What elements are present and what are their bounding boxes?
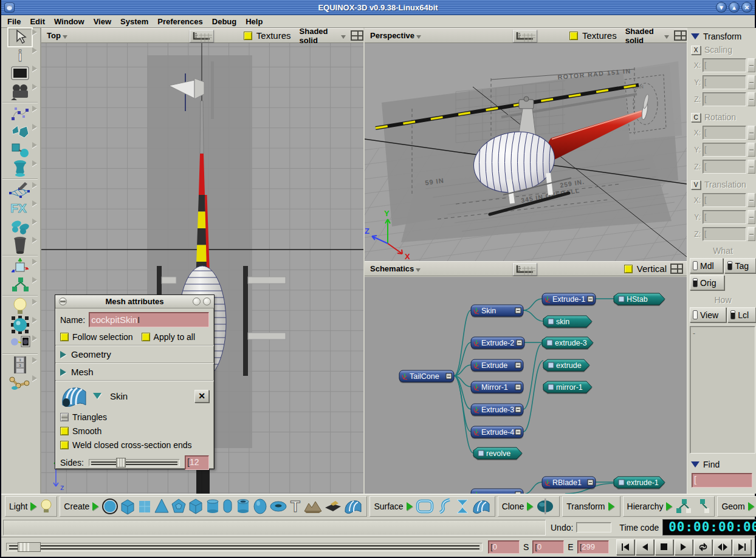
schematics-title[interactable]: Schematics <box>370 264 414 273</box>
rotation-x-field[interactable]: [ <box>703 126 746 140</box>
go-end-button[interactable] <box>733 539 751 555</box>
undo-field[interactable] <box>576 522 611 532</box>
stop-button[interactable] <box>655 539 673 555</box>
stepper-icon[interactable] <box>747 92 755 106</box>
schematics-viewport[interactable]: TailConeSkinExtrude-1Extrude-2ExtrudeMir… <box>365 277 687 494</box>
what-orig-button[interactable]: Orig <box>690 275 724 290</box>
timeline-slider[interactable] <box>6 543 483 551</box>
tool-flyout-icon[interactable] <box>32 66 37 72</box>
top-shading-label[interactable]: Shaded solid <box>300 27 339 45</box>
goblet-icon[interactable] <box>455 498 470 515</box>
tool-light[interactable] <box>1 298 39 316</box>
tool-lathe[interactable] <box>1 159 39 177</box>
tool-info[interactable]: i <box>1 46 39 64</box>
dodecahedron-icon[interactable] <box>171 498 187 515</box>
group-expand-icon[interactable] <box>527 502 533 511</box>
group-label[interactable]: Geom <box>721 502 744 511</box>
find-collapse-icon[interactable] <box>691 461 699 468</box>
perspective-view-menu-icon[interactable] <box>416 35 421 39</box>
rotation-y-field[interactable]: [ <box>703 143 746 157</box>
name-input[interactable]: cockpitSkinI <box>89 312 209 327</box>
menu-file[interactable]: File <box>7 17 21 26</box>
tree-a-icon[interactable] <box>675 498 692 515</box>
skin-surface-icon[interactable] <box>472 498 491 514</box>
circle-icon[interactable] <box>101 498 119 515</box>
current-frame-input[interactable]: [0 <box>488 540 520 554</box>
close-button[interactable]: ✕ <box>741 2 752 13</box>
play-button[interactable] <box>675 539 693 555</box>
tool-material[interactable] <box>1 316 39 334</box>
perspective-layout-icon[interactable] <box>674 30 687 41</box>
perspective-viewport[interactable]: ROTOR RAD 151 IN42 IN59 IN259 IN.345 IN.… <box>365 43 687 261</box>
dialog-menu-icon[interactable] <box>59 298 67 305</box>
ovoid-icon[interactable] <box>252 498 268 515</box>
tube-icon[interactable] <box>235 498 251 515</box>
maximize-button[interactable]: ▲ <box>729 2 740 13</box>
group-expand-icon[interactable] <box>92 502 98 511</box>
terrain-icon[interactable] <box>303 498 323 514</box>
menu-window[interactable]: Window <box>54 17 84 26</box>
mesh-expand-icon[interactable] <box>60 369 66 376</box>
stepper-icon[interactable] <box>747 143 755 157</box>
smooth-checkbox[interactable] <box>60 427 69 435</box>
scaling-z-field[interactable]: [ <box>703 92 746 106</box>
perspective-shading-label[interactable]: Shaded solid <box>625 27 662 45</box>
hotkey-C[interactable]: C <box>691 113 701 122</box>
cube-subdiv-icon[interactable] <box>137 498 153 515</box>
text-icon[interactable]: T <box>289 498 302 515</box>
follow-selection-checkbox[interactable] <box>60 333 69 341</box>
how-lcl-button[interactable]: Lcl <box>727 307 756 322</box>
tool-bones[interactable] <box>1 374 39 392</box>
hotkey-X[interactable]: X <box>691 46 701 55</box>
tool-flyout-icon[interactable] <box>32 200 37 206</box>
rounded-box-icon[interactable] <box>416 498 435 515</box>
schematics-layout-icon[interactable] <box>670 264 683 274</box>
tool-flyout-icon[interactable] <box>32 160 37 166</box>
stepper-icon[interactable] <box>747 75 755 89</box>
tool-hierarchy[interactable] <box>1 276 39 294</box>
tool-animation[interactable]: 33 <box>1 356 39 374</box>
loop-button[interactable] <box>694 539 712 555</box>
end-frame-input[interactable]: [299 <box>577 540 609 554</box>
stepper-icon[interactable] <box>747 126 755 140</box>
what-mdl-button[interactable]: Mdl <box>690 258 723 273</box>
weld-checkbox[interactable] <box>60 441 69 449</box>
stepper-icon[interactable] <box>747 210 755 224</box>
group-label[interactable]: Create <box>64 502 89 511</box>
menu-system[interactable]: System <box>120 17 148 26</box>
rotation-z-field[interactable]: [ <box>703 160 746 174</box>
tool-flyout-icon[interactable] <box>32 124 37 130</box>
timeline-handle[interactable] <box>18 542 41 552</box>
group-expand-icon[interactable] <box>666 502 672 511</box>
dialog-shade-button[interactable] <box>193 298 201 305</box>
tool-flyout-icon[interactable] <box>32 357 37 363</box>
schematics-view-menu-icon[interactable] <box>416 268 421 272</box>
tool-flyout-icon[interactable] <box>32 47 37 53</box>
tool-camera[interactable] <box>1 83 39 101</box>
cone-icon[interactable] <box>154 498 170 515</box>
geometry-section[interactable]: Geometry <box>60 349 209 359</box>
selection-list[interactable]: - <box>690 326 755 454</box>
curve-hook-icon[interactable] <box>436 498 453 515</box>
menu-debug[interactable]: Debug <box>212 17 236 26</box>
group-expand-icon[interactable] <box>30 502 36 511</box>
tool-flyout-icon[interactable] <box>32 317 37 323</box>
tool-flyout-icon[interactable] <box>32 277 37 283</box>
tool-flyout-icon[interactable] <box>32 259 37 265</box>
tool-flyout-icon[interactable] <box>32 237 37 243</box>
group-expand-icon[interactable] <box>407 502 413 511</box>
hotkey-V[interactable]: V <box>691 180 701 189</box>
geometry-expand-icon[interactable] <box>60 351 66 358</box>
start-frame-input[interactable]: [0 <box>532 540 564 554</box>
group-label[interactable]: Transform <box>566 502 605 511</box>
scaling-x-field[interactable]: [ <box>703 58 746 72</box>
tool-fx[interactable]: FX <box>1 199 39 217</box>
dialog-close-button[interactable] <box>203 298 211 305</box>
triangles-checkbox[interactable] <box>60 413 69 421</box>
translation-z-field[interactable]: [ <box>703 227 746 241</box>
sides-slider[interactable] <box>89 459 180 466</box>
stepper-icon[interactable] <box>747 58 755 72</box>
top-shading-menu-icon[interactable] <box>341 35 346 39</box>
tool-flyout-icon[interactable] <box>32 106 37 112</box>
tool-flyout-icon[interactable] <box>32 375 37 381</box>
